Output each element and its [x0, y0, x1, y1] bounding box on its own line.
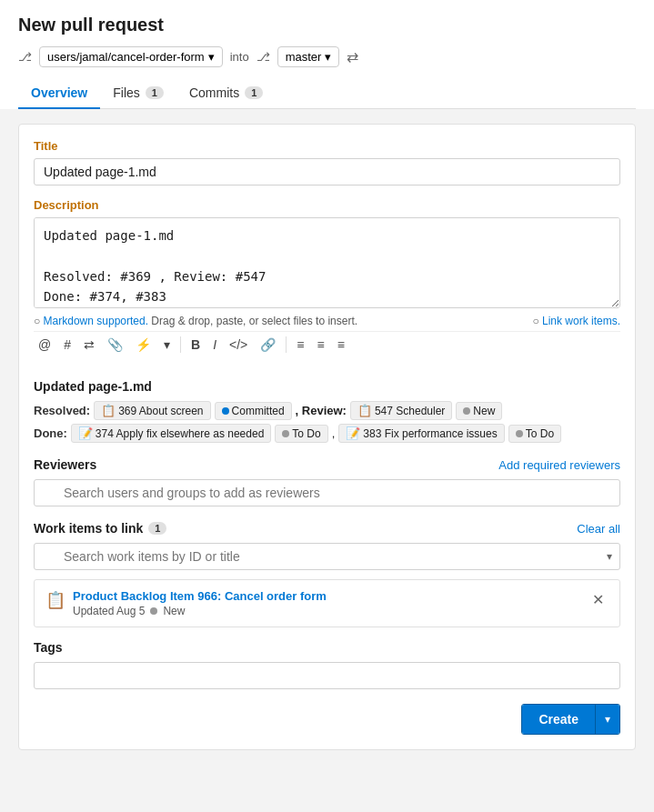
- done-line: Done: 📝 374 Apply fix elsewhere as neede…: [34, 424, 620, 443]
- review-status-chip: New: [456, 402, 502, 420]
- source-branch-button[interactable]: users/jamal/cancel-order-form ▾: [39, 46, 223, 67]
- circle-icon: ○: [34, 315, 40, 327]
- work-item-status-dot: [150, 607, 157, 615]
- clear-all-link[interactable]: Clear all: [577, 522, 620, 536]
- header: New pull request ⎇ users/jamal/cancel-or…: [0, 0, 654, 109]
- target-branch-icon: ⎇: [257, 50, 270, 64]
- work-item-icon: 📋: [45, 590, 65, 610]
- reviewers-search-input[interactable]: [34, 479, 620, 506]
- done-status-chip-383: To Do: [508, 425, 561, 443]
- description-textarea[interactable]: Updated page-1.md Resolved: #369 , Revie…: [34, 217, 620, 308]
- wi-id-374: 374 Apply fix elsewhere as needed: [96, 427, 264, 440]
- source-branch-chevron: ▾: [208, 50, 215, 64]
- work-item-updated: Updated Aug 5: [73, 605, 145, 617]
- todo-dot-383: [516, 430, 523, 437]
- toolbar-emoji[interactable]: ⚡: [131, 336, 156, 354]
- toolbar-divider-2: [286, 336, 287, 353]
- reviewers-search-wrap: 👤: [34, 479, 620, 506]
- create-button[interactable]: Create: [522, 705, 595, 734]
- work-item-status: New: [163, 605, 185, 617]
- toolbar-italic[interactable]: I: [208, 336, 221, 354]
- markdown-info: ○ Markdown supported. Drag & drop, paste…: [34, 315, 620, 327]
- wi-task-icon-383: 📝: [346, 426, 360, 440]
- title-input[interactable]: [34, 158, 620, 185]
- tags-header: Tags: [34, 640, 620, 655]
- toolbar-hash[interactable]: #: [59, 336, 75, 354]
- description-toolbar: @ # ⇄ 📎 ⚡ ▾ B I </> 🔗 ≡ ≡ ≡: [34, 331, 620, 357]
- into-label: into: [230, 50, 249, 64]
- swap-icon[interactable]: ⇄: [347, 48, 358, 65]
- tab-commits-label: Commits: [189, 85, 239, 100]
- done-status-chip-374: To Do: [275, 425, 327, 443]
- tab-overview-label: Overview: [31, 85, 87, 100]
- markdown-link[interactable]: Markdown supported.: [44, 315, 148, 327]
- tab-files[interactable]: Files 1: [100, 78, 176, 109]
- toolbar-hyperlink[interactable]: 🔗: [256, 336, 280, 354]
- resolved-line: Resolved: 📋 369 About screen Committed ,…: [34, 401, 620, 420]
- target-branch-button[interactable]: master ▾: [277, 46, 340, 67]
- main-content: Title Description Updated page-1.md Reso…: [0, 109, 654, 765]
- footer: Create ▾: [34, 704, 620, 735]
- create-dropdown-button[interactable]: ▾: [595, 705, 619, 734]
- toolbar-link-wi[interactable]: ⇄: [79, 336, 99, 354]
- tab-files-badge: 1: [146, 86, 164, 99]
- work-item-info: 📋 Product Backlog Item 966: Cancel order…: [45, 589, 327, 617]
- work-items-search-input[interactable]: [34, 543, 620, 570]
- circle-icon-right: ○: [532, 315, 538, 327]
- tab-overview[interactable]: Overview: [18, 78, 100, 109]
- work-item-meta: Updated Aug 5 New: [73, 605, 327, 617]
- toolbar-attach[interactable]: 📎: [103, 336, 127, 354]
- wi-id-383: 383 Fix performance issues: [363, 427, 497, 440]
- branch-bar: ⎇ users/jamal/cancel-order-form ▾ into ⎇…: [18, 46, 636, 67]
- remove-work-item-button[interactable]: ✕: [588, 589, 609, 610]
- description-label: Description: [34, 198, 620, 212]
- tags-input[interactable]: [34, 662, 620, 689]
- comma-separator: ,: [332, 426, 336, 440]
- toolbar-more[interactable]: ▾: [159, 336, 175, 354]
- todo-dot-374: [282, 430, 289, 437]
- work-items-search-wrap: ▾: [34, 543, 620, 570]
- linked-work-item-card: 📋 Product Backlog Item 966: Cancel order…: [34, 579, 620, 627]
- toolbar-unordered-list[interactable]: ≡: [312, 336, 328, 354]
- toolbar-ordered-list[interactable]: ≡: [292, 336, 308, 354]
- work-items-title: Work items to link 1: [34, 521, 166, 536]
- branch-icon: ⎇: [18, 50, 32, 64]
- work-items-label: Work items to link: [34, 521, 143, 536]
- toolbar-task-list[interactable]: ≡: [333, 336, 349, 354]
- markdown-info-right: ○ Link work items.: [532, 315, 620, 327]
- wi-id-547: 547 Scheduler: [375, 405, 445, 417]
- work-item-details: Product Backlog Item 966: Cancel order f…: [73, 589, 327, 617]
- markdown-info-left: ○ Markdown supported. Drag & drop, paste…: [34, 315, 357, 327]
- review-label: , Review:: [296, 404, 347, 417]
- work-items-header: Work items to link 1 Clear all: [34, 521, 620, 536]
- resolved-label: Resolved:: [34, 404, 90, 417]
- done-chip-374[interactable]: 📝 374 Apply fix elsewhere as needed: [71, 424, 271, 443]
- toolbar-code[interactable]: </>: [225, 336, 252, 354]
- link-work-items-link[interactable]: Link work items.: [542, 315, 620, 327]
- wi-board-icon-369: 📋: [101, 404, 116, 417]
- wi-board-icon-547: 📋: [357, 404, 372, 417]
- target-branch-label: master: [286, 50, 322, 64]
- committed-dot: [222, 407, 229, 415]
- page-title: New pull request: [18, 15, 636, 35]
- tab-files-label: Files: [113, 85, 140, 100]
- work-items-badge: 1: [148, 522, 166, 535]
- toolbar-mention[interactable]: @: [34, 336, 55, 354]
- reviewers-title: Reviewers: [34, 457, 96, 472]
- resolved-chip-369[interactable]: 📋 369 About screen: [94, 401, 210, 420]
- toolbar-divider-1: [180, 336, 181, 353]
- tab-commits-badge: 1: [245, 86, 263, 99]
- todo-label-374: To Do: [292, 427, 320, 440]
- drag-drop-text: Drag & drop, paste, or select files to i…: [151, 315, 357, 327]
- done-chip-383[interactable]: 📝 383 Fix performance issues: [338, 424, 504, 443]
- title-label: Title: [34, 139, 620, 153]
- add-required-reviewers-link[interactable]: Add required reviewers: [498, 458, 620, 472]
- work-item-name[interactable]: Product Backlog Item 966: Cancel order f…: [73, 589, 327, 603]
- toolbar-bold[interactable]: B: [186, 336, 205, 354]
- tab-bar: Overview Files 1 Commits 1: [18, 78, 636, 109]
- review-chip-547[interactable]: 📋 547 Scheduler: [350, 401, 452, 420]
- committed-label: Committed: [232, 405, 285, 417]
- wi-task-icon-374: 📝: [78, 426, 93, 440]
- new-dot-547: [463, 407, 470, 415]
- tab-commits[interactable]: Commits 1: [176, 78, 276, 109]
